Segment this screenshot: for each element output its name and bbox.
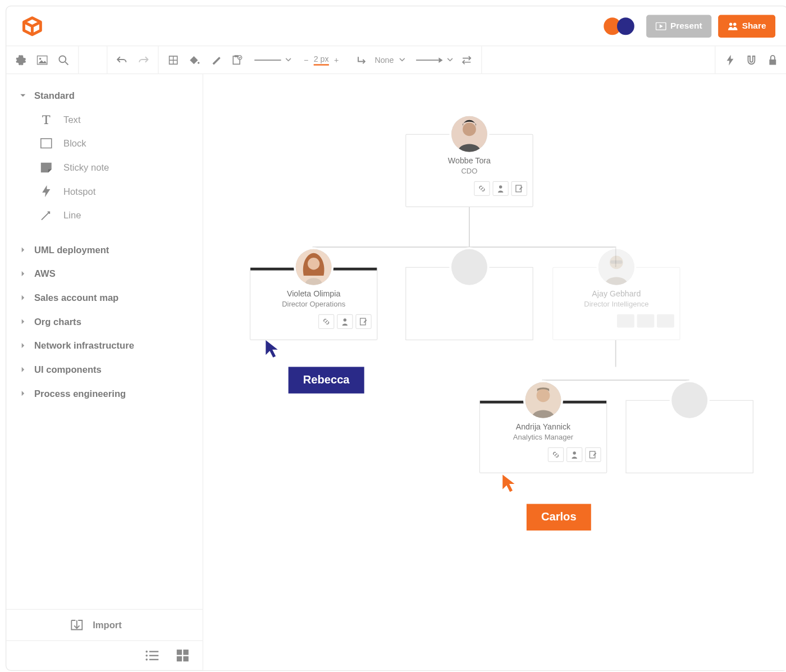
svg-point-40 bbox=[537, 389, 550, 403]
org-node-bottom[interactable]: Andrija Yannick Analytics Manager bbox=[479, 400, 607, 473]
import-button[interactable]: Import bbox=[6, 610, 203, 641]
link-icon[interactable] bbox=[474, 181, 490, 196]
settings-icon[interactable] bbox=[10, 49, 31, 71]
org-node-empty[interactable] bbox=[625, 400, 753, 473]
hotspot-icon bbox=[37, 185, 56, 198]
cursor-arrow-carlos bbox=[501, 473, 517, 493]
cursor-label-carlos: Carlos bbox=[527, 504, 591, 531]
share-button[interactable]: Share bbox=[718, 15, 775, 37]
stroke-width-control[interactable]: − 2 px + bbox=[301, 46, 341, 74]
chevron-right-icon bbox=[17, 391, 29, 396]
redo-icon[interactable] bbox=[132, 49, 154, 71]
svg-rect-27 bbox=[183, 656, 188, 661]
pen-icon[interactable] bbox=[205, 49, 226, 71]
avatar bbox=[296, 249, 332, 285]
presence-indicators bbox=[608, 17, 634, 35]
chevron-right-icon bbox=[17, 367, 29, 372]
arrow-style-icon[interactable] bbox=[415, 57, 444, 63]
edit-icon[interactable] bbox=[585, 447, 601, 462]
person-icon[interactable] bbox=[566, 447, 582, 462]
person-icon[interactable] bbox=[337, 314, 353, 329]
line-icon bbox=[37, 208, 56, 222]
lock-icon[interactable] bbox=[762, 49, 783, 71]
list-view-icon[interactable] bbox=[144, 648, 159, 664]
link-icon[interactable] bbox=[318, 314, 334, 329]
edit-icon[interactable] bbox=[355, 314, 371, 329]
shape-hotspot[interactable]: Hotspot bbox=[6, 179, 203, 203]
toolbar: − 2 px + None bbox=[6, 46, 786, 74]
swap-icon[interactable] bbox=[456, 49, 478, 71]
magnet-icon[interactable] bbox=[741, 49, 762, 71]
action-placeholder bbox=[637, 314, 655, 328]
category-network[interactable]: Network infrastructure bbox=[6, 333, 203, 358]
org-node-right[interactable]: Ajay Gebhard Director Intelligence bbox=[552, 267, 680, 340]
svg-rect-17 bbox=[41, 139, 52, 148]
shape-icon[interactable] bbox=[163, 49, 184, 71]
chevron-right-icon bbox=[17, 271, 29, 276]
shape-text[interactable]: Text bbox=[6, 107, 203, 131]
increment-button[interactable]: + bbox=[331, 55, 341, 65]
present-button[interactable]: Present bbox=[646, 15, 711, 37]
svg-rect-21 bbox=[149, 655, 159, 656]
shape-sticky-note[interactable]: Sticky note bbox=[6, 156, 203, 180]
edit-icon[interactable] bbox=[511, 181, 527, 196]
svg-point-4 bbox=[39, 57, 42, 60]
svg-rect-23 bbox=[149, 659, 159, 660]
org-node-root[interactable]: Wobbe Tora CDO bbox=[405, 134, 533, 207]
cursor-label-rebecca: Rebecca bbox=[289, 367, 364, 393]
image-icon[interactable] bbox=[31, 49, 53, 71]
svg-point-10 bbox=[198, 62, 200, 64]
chevron-down-icon[interactable] bbox=[396, 49, 408, 71]
svg-point-33 bbox=[308, 258, 319, 269]
node-title: Director Operations bbox=[256, 300, 372, 308]
chevron-down-icon[interactable] bbox=[282, 49, 294, 71]
category-ui[interactable]: UI components bbox=[6, 358, 203, 382]
node-title: Director Intelligence bbox=[559, 300, 674, 308]
svg-line-6 bbox=[65, 62, 68, 65]
org-node-left[interactable]: Violeta Olimpia Director Operations bbox=[250, 267, 378, 340]
avatar bbox=[451, 116, 487, 152]
sticky-note-icon bbox=[37, 161, 56, 174]
titlebar: Present Share bbox=[6, 6, 786, 46]
person-icon[interactable] bbox=[492, 181, 508, 196]
corner-icon[interactable] bbox=[351, 49, 372, 71]
node-title: Analytics Manager bbox=[485, 433, 601, 441]
undo-icon[interactable] bbox=[111, 49, 132, 71]
svg-point-22 bbox=[145, 659, 148, 661]
clipboard-icon[interactable] bbox=[226, 49, 248, 71]
avatar bbox=[525, 382, 561, 418]
node-name: Wobbe Tora bbox=[412, 156, 527, 166]
canvas[interactable]: Wobbe Tora CDO Violeta Olimpia Director … bbox=[203, 74, 786, 670]
svg-rect-26 bbox=[177, 656, 182, 661]
block-icon bbox=[37, 136, 56, 150]
category-aws[interactable]: AWS bbox=[6, 262, 203, 286]
line-style-icon[interactable] bbox=[253, 57, 282, 63]
action-placeholder bbox=[617, 314, 634, 328]
decrement-button[interactable]: − bbox=[301, 55, 311, 65]
shape-block[interactable]: Block bbox=[6, 131, 203, 156]
category-sales-map[interactable]: Sales account map bbox=[6, 286, 203, 310]
category-uml[interactable]: UML deployment bbox=[6, 238, 203, 262]
cursor-arrow-rebecca bbox=[264, 339, 280, 359]
category-org-charts[interactable]: Org charts bbox=[6, 310, 203, 334]
search-icon[interactable] bbox=[53, 49, 74, 71]
avatar bbox=[598, 249, 634, 285]
org-node-empty[interactable] bbox=[405, 267, 533, 340]
svg-rect-19 bbox=[149, 651, 159, 652]
svg-rect-24 bbox=[177, 650, 182, 655]
node-name: Ajay Gebhard bbox=[559, 289, 674, 299]
bolt-icon[interactable] bbox=[720, 49, 741, 71]
category-standard[interactable]: Standard bbox=[6, 84, 203, 108]
grid-view-icon[interactable] bbox=[175, 648, 190, 664]
fill-icon[interactable] bbox=[184, 49, 205, 71]
svg-rect-16 bbox=[769, 59, 776, 64]
chevron-right-icon bbox=[17, 319, 29, 324]
text-icon bbox=[37, 113, 56, 126]
import-icon bbox=[70, 619, 84, 631]
chevron-right-icon bbox=[17, 295, 29, 300]
category-process[interactable]: Process engineering bbox=[6, 382, 203, 406]
svg-point-41 bbox=[573, 451, 575, 454]
chevron-down-icon[interactable] bbox=[444, 49, 456, 71]
shape-line[interactable]: Line bbox=[6, 203, 203, 227]
link-icon[interactable] bbox=[548, 447, 564, 462]
